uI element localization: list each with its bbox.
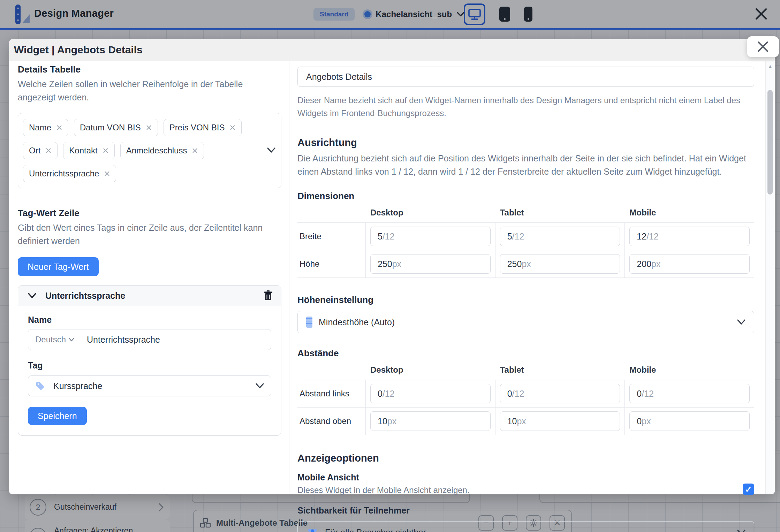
- column-header-desktop: Desktop: [365, 365, 495, 375]
- chevron-down-icon: [256, 383, 264, 389]
- neuer-tag-wert-button[interactable]: Neuer Tag-Wert: [18, 257, 99, 276]
- modal-titlebar: Widget | Angebots Details: [9, 39, 775, 61]
- modal-title: Widget | Angebots Details: [14, 44, 143, 56]
- chip-name[interactable]: Name: [23, 119, 68, 136]
- users-icon: [306, 527, 319, 532]
- tag-wert-heading: Tag-Wert Zeile: [18, 208, 281, 219]
- remove-chip-icon[interactable]: [104, 170, 110, 177]
- tag-wert-panel-title: Unterrichtssprache: [45, 291, 255, 301]
- column-header-mobile: Mobile: [624, 208, 754, 218]
- tag-field-label: Tag: [28, 360, 271, 371]
- tag-wert-description: Gibt den Wert eines Tags in einer Zeile …: [18, 221, 281, 248]
- column-header-tablet: Tablet: [495, 208, 625, 218]
- tag-dropdown[interactable]: Kurssprache: [28, 375, 271, 396]
- remove-chip-icon[interactable]: [45, 147, 52, 154]
- sichtbarkeit-heading: Sichtbarkeit für Teilnehmer: [297, 506, 754, 516]
- modal-right-column: Dieser Name bezieht sich auf den Widget-…: [289, 61, 775, 494]
- chevron-down-icon[interactable]: [267, 147, 275, 153]
- chip-anmeldeschluss[interactable]: Anmeldeschluss: [120, 142, 204, 159]
- hoehe-tablet-input[interactable]: 250px: [500, 254, 620, 274]
- chevron-down-icon: [69, 338, 74, 342]
- dimensionen-heading: Dimensionen: [297, 191, 754, 202]
- ruler-icon: [306, 317, 312, 328]
- hoeheneinstellung-heading: Höheneinstellung: [297, 295, 754, 305]
- breite-mobile-input[interactable]: 12/12: [629, 227, 750, 246]
- table-row-abstand-links: Abstand links 0/12 0/12 0/12: [297, 380, 754, 408]
- scrollbar-thumb[interactable]: [767, 90, 773, 195]
- details-tabelle-description: Welche Zeilen sollen in welcher Reihenfo…: [18, 78, 281, 104]
- table-row-abstand-oben: Abstand oben 10px 10px 0px: [297, 408, 754, 435]
- breite-desktop-input[interactable]: 5/12: [370, 227, 491, 246]
- mobile-ansicht-label: Mobile Ansicht: [297, 472, 733, 482]
- mobile-ansicht-row: Mobile Ansicht Dieses Widget in der Mobi…: [297, 472, 754, 495]
- widget-name-input[interactable]: [297, 67, 754, 87]
- abstand-links-mobile-input[interactable]: 0/12: [629, 384, 750, 403]
- abstand-links-desktop-input[interactable]: 0/12: [370, 384, 491, 403]
- tag-wert-panel: Unterrichtssprache Name Deutsch: [18, 285, 281, 436]
- chip-ort[interactable]: Ort: [23, 142, 58, 159]
- chip-unterrichtssprache[interactable]: Unterrichtssprache: [23, 165, 116, 182]
- chevron-down-icon: [737, 530, 745, 532]
- tag-name-input[interactable]: Deutsch Unterrichtssprache: [28, 329, 271, 350]
- abstaende-table: Desktop Tablet Mobile Abstand links 0/12…: [297, 365, 754, 435]
- chip-datum-von-bis[interactable]: Datum VON BIS: [74, 119, 158, 136]
- hoeheneinstellung-dropdown[interactable]: Mindesthöhe (Auto): [297, 311, 754, 333]
- chevron-down-icon: [737, 319, 745, 325]
- abstand-links-tablet-input[interactable]: 0/12: [500, 384, 620, 403]
- dimensionen-table: Desktop Tablet Mobile Breite 5/12 5/12 1…: [297, 208, 754, 278]
- modal-left-column: Details Tabelle Welche Zeilen sollen in …: [9, 61, 289, 494]
- tag-wert-panel-header[interactable]: Unterrichtssprache: [18, 286, 281, 306]
- language-selector[interactable]: Deutsch: [35, 335, 74, 344]
- mobile-ansicht-checkbox[interactable]: ✓: [743, 484, 754, 495]
- abstand-oben-mobile-input[interactable]: 0px: [629, 411, 750, 431]
- speichern-button[interactable]: Speichern: [28, 407, 87, 425]
- modal-close-button[interactable]: [747, 36, 779, 57]
- tag-name-value: Unterrichtssprache: [87, 335, 160, 345]
- table-row-breite: Breite 5/12 5/12 12/12: [297, 223, 754, 250]
- remove-chip-icon[interactable]: [103, 147, 109, 154]
- table-rows-multiselect[interactable]: Name Datum VON BIS Preis VON BIS Ort Kon…: [18, 113, 281, 188]
- close-icon: [757, 41, 769, 53]
- breite-tablet-input[interactable]: 5/12: [500, 227, 620, 246]
- widget-name-hint: Dieser Name bezieht sich auf den Widget-…: [297, 94, 754, 120]
- modal-scrollbar[interactable]: ▲: [765, 61, 775, 494]
- remove-chip-icon[interactable]: [229, 124, 236, 131]
- sichtbarkeit-dropdown[interactable]: Für alle Besucher sichtbar: [297, 521, 754, 532]
- name-field-label: Name: [28, 315, 271, 325]
- anzeigeoptionen-heading: Anzeigeoptionen: [297, 453, 754, 464]
- hoehe-desktop-input[interactable]: 250px: [370, 254, 491, 274]
- widget-settings-modal: Widget | Angebots Details Details Tabell…: [9, 39, 775, 494]
- scroll-up-icon[interactable]: ▲: [766, 61, 775, 69]
- chevron-down-icon: [28, 293, 36, 298]
- chip-kontakt[interactable]: Kontakt: [63, 142, 114, 159]
- trash-icon[interactable]: [264, 290, 273, 301]
- column-header-tablet: Tablet: [495, 365, 625, 375]
- column-header-desktop: Desktop: [365, 208, 495, 218]
- hoehe-mobile-input[interactable]: 200px: [629, 254, 750, 274]
- table-row-hoehe: Höhe 250px 250px 200px: [297, 250, 754, 278]
- chip-preis-von-bis[interactable]: Preis VON BIS: [164, 119, 242, 136]
- tag-dropdown-value: Kurssprache: [53, 381, 252, 391]
- column-header-mobile: Mobile: [624, 365, 754, 375]
- abstand-oben-tablet-input[interactable]: 10px: [500, 411, 620, 431]
- abstaende-heading: Abstände: [297, 348, 754, 359]
- details-tabelle-heading: Details Tabelle: [18, 64, 281, 75]
- abstand-oben-desktop-input[interactable]: 10px: [370, 411, 491, 431]
- remove-chip-icon[interactable]: [56, 124, 62, 131]
- ausrichtung-heading: Ausrichtung: [297, 137, 754, 149]
- mobile-ansicht-description: Dieses Widget in der Mobile Ansicht anze…: [297, 485, 733, 495]
- remove-chip-icon[interactable]: [192, 147, 198, 154]
- remove-chip-icon[interactable]: [146, 124, 152, 131]
- tag-icon: [35, 381, 45, 391]
- ausrichtung-description: Die Ausrichtung bezieht sich auf die Pos…: [297, 152, 754, 178]
